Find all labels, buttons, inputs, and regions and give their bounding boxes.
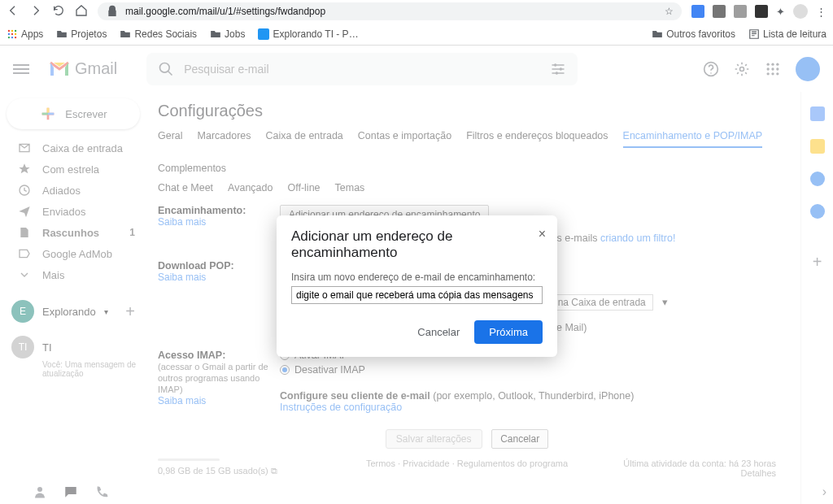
dialog-title: Adicionar um endereço de encaminhamento: [291, 228, 543, 261]
svg-point-10: [554, 63, 556, 66]
reading-list[interactable]: Lista de leitura: [748, 28, 826, 40]
details-link[interactable]: Detalhes: [741, 468, 776, 478]
sidebar-item-snoozed[interactable]: Adiados: [0, 180, 146, 201]
dialog-next-button[interactable]: Próxima: [474, 320, 543, 344]
home-icon[interactable]: [75, 4, 88, 20]
imap-section: Acesso IMAP:(acessar o Gmail a partir de…: [158, 350, 776, 413]
gear-icon[interactable]: [734, 61, 750, 77]
forwarding-email-input[interactable]: [291, 286, 543, 304]
svg-point-23: [771, 72, 774, 75]
bookmark-folder[interactable]: Redes Sociais: [120, 28, 197, 40]
apps-grid-icon[interactable]: [765, 61, 781, 77]
chat-contact[interactable]: EExplorando▾+: [0, 293, 146, 329]
svg-point-4: [11, 33, 13, 34]
account-avatar[interactable]: [796, 57, 820, 81]
sidebar-item-starred[interactable]: Com estrela: [0, 159, 146, 180]
svg-point-5: [15, 33, 16, 34]
other-bookmarks[interactable]: Outros favoritos: [652, 28, 735, 40]
svg-point-7: [11, 36, 13, 37]
calendar-icon[interactable]: [810, 106, 825, 121]
svg-point-17: [771, 63, 774, 65]
svg-point-14: [710, 72, 712, 74]
dialog-cancel-button[interactable]: Cancelar: [409, 320, 468, 344]
ext-icon[interactable]: [734, 5, 747, 18]
forward-icon[interactable]: [29, 4, 42, 20]
chat-tabs: [33, 484, 109, 499]
sidebar: Escrever Caixa de entrada Com estrela Ad…: [0, 92, 146, 504]
gmail-logo[interactable]: Gmail: [49, 59, 117, 78]
kebab-icon[interactable]: ⋮: [816, 6, 826, 18]
ext-icon[interactable]: [755, 5, 768, 18]
svg-point-9: [160, 63, 170, 72]
tab-filters[interactable]: Filtros e endereços bloqueados: [466, 130, 608, 148]
sidebar-item-more[interactable]: Mais: [0, 264, 146, 285]
cancel-button[interactable]: Cancelar: [491, 429, 548, 449]
bookmark-folder[interactable]: Jobs: [210, 28, 245, 40]
profile-avatar[interactable]: [793, 4, 808, 19]
tab-themes[interactable]: Temas: [335, 182, 365, 193]
url-text: mail.google.com/mail/u/1/#settings/fwdan…: [125, 6, 325, 17]
keep-icon[interactable]: [810, 139, 825, 154]
svg-point-18: [776, 63, 778, 65]
sidebar-item-drafts[interactable]: Rascunhos1: [0, 222, 146, 243]
tab-accounts[interactable]: Contas e importação: [358, 130, 451, 148]
svg-point-11: [560, 67, 562, 70]
settings-tabs: Geral Marcadores Caixa de entrada Contas…: [158, 130, 776, 179]
bookmark-item[interactable]: Explorando TI - P…: [258, 28, 358, 40]
back-icon[interactable]: [7, 4, 20, 20]
lock-icon: [106, 5, 119, 18]
sidebar-item-inbox[interactable]: Caixa de entrada: [0, 137, 146, 159]
addons-plus-icon[interactable]: +: [813, 253, 822, 272]
menu-icon[interactable]: [13, 61, 29, 77]
learn-more-link[interactable]: Saiba mais: [158, 395, 206, 406]
tab-inbox[interactable]: Caixa de entrada: [266, 130, 343, 148]
ext-icon[interactable]: [713, 5, 726, 18]
config-instructions-link[interactable]: Instruções de configuração: [280, 402, 402, 413]
ext-icon[interactable]: [691, 5, 704, 18]
svg-point-0: [8, 29, 10, 31]
svg-point-1: [11, 29, 13, 31]
tab-advanced[interactable]: Avançado: [228, 182, 273, 193]
phone-icon[interactable]: [94, 484, 109, 499]
browser-toolbar: mail.google.com/mail/u/1/#settings/fwdan…: [0, 0, 833, 23]
tab-forwarding[interactable]: Encaminhamento e POP/IMAP: [623, 130, 763, 148]
tab-addons[interactable]: Complementos: [158, 163, 226, 179]
puzzle-icon[interactable]: ✦: [776, 6, 785, 18]
imap-disable-radio[interactable]: Desativar IMAP: [280, 364, 776, 376]
reload-icon[interactable]: [52, 4, 65, 20]
tab-chat[interactable]: Chat e Meet: [158, 182, 213, 193]
url-bar[interactable]: mail.google.com/mail/u/1/#settings/fwdan…: [98, 2, 682, 20]
tasks-icon[interactable]: [810, 172, 825, 186]
panel-toggle-icon[interactable]: ›: [822, 484, 826, 499]
side-panel: +: [800, 92, 833, 504]
tune-icon[interactable]: [550, 61, 566, 77]
tab-offline[interactable]: Off-line: [287, 182, 320, 193]
learn-more-link[interactable]: Saiba mais: [158, 272, 206, 283]
help-icon[interactable]: [703, 61, 719, 77]
sidebar-item-sent[interactable]: Enviados: [0, 201, 146, 222]
tab-general[interactable]: Geral: [158, 130, 183, 148]
chat-icon[interactable]: [63, 484, 78, 499]
gmail-header: Gmail: [0, 46, 833, 92]
tab-labels[interactable]: Marcadores: [198, 130, 251, 148]
create-filter-link[interactable]: criando um filtro!: [600, 232, 675, 244]
page-title: Configurações: [158, 102, 776, 120]
bookmark-folder[interactable]: Projetos: [56, 28, 107, 40]
search-input[interactable]: [184, 63, 540, 76]
learn-more-link[interactable]: Saiba mais: [158, 216, 206, 228]
svg-point-21: [776, 67, 778, 70]
save-bar: Salvar alterações Cancelar: [158, 429, 776, 449]
svg-point-22: [767, 72, 770, 75]
person-icon[interactable]: [33, 484, 47, 499]
close-icon[interactable]: ×: [539, 227, 546, 241]
apps-shortcut[interactable]: Apps: [7, 28, 43, 40]
plus-icon[interactable]: +: [125, 302, 135, 321]
star-icon[interactable]: ☆: [665, 6, 674, 17]
bookmarks-bar: Apps Projetos Redes Sociais Jobs Explora…: [0, 23, 833, 46]
compose-button[interactable]: Escrever: [7, 98, 140, 129]
svg-point-24: [776, 72, 778, 75]
svg-point-2: [15, 29, 16, 31]
sidebar-item-label[interactable]: Google AdMob: [0, 243, 146, 264]
search-box[interactable]: [146, 53, 578, 85]
contacts-icon[interactable]: [810, 204, 825, 219]
